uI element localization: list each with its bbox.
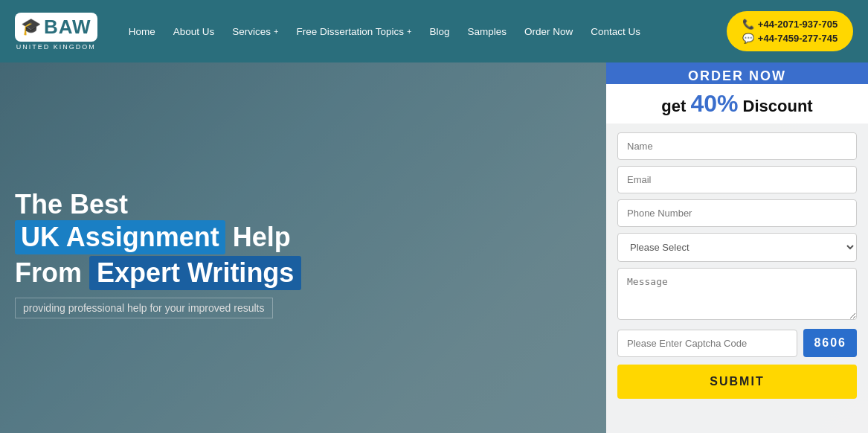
phone-line-primary: 📞 +44-2071-937-705 — [742, 19, 838, 30]
contact-phone-button[interactable]: 📞 +44-2071-937-705 💬 +44-7459-277-745 — [727, 11, 853, 51]
hero-subtitle: providing professional help for your imp… — [15, 298, 273, 318]
phone-icon: 📞 — [742, 19, 754, 30]
nav-contact[interactable]: Contact Us — [582, 26, 649, 37]
nav-dissertation[interactable]: Free Dissertation Topics + — [287, 26, 420, 37]
phone-line-whatsapp: 💬 +44-7459-277-745 — [742, 33, 838, 44]
services-plus-icon: + — [274, 27, 278, 36]
hero-line1: The Best — [15, 189, 301, 220]
discount-percent: 40% — [690, 90, 738, 117]
form-fields: Please Select 8606 SUBMIT — [617, 124, 857, 399]
nav-services[interactable]: Services + — [223, 26, 287, 37]
nav-home[interactable]: Home — [120, 26, 164, 37]
hero-text-block: The Best UK Assignment Help From Expert … — [15, 189, 301, 318]
captcha-input[interactable] — [617, 330, 797, 357]
name-input[interactable] — [617, 132, 857, 160]
hero-line2: UK Assignment Help — [15, 220, 301, 254]
header: 🎓 BAW UNITED KINGDOM Home About Us Servi… — [0, 0, 868, 62]
submit-button[interactable]: SUBMIT — [617, 365, 857, 399]
order-discount-bar: get 40% Discount — [606, 84, 868, 124]
captcha-row: 8606 — [617, 329, 857, 357]
hero-help-text: Help — [233, 222, 291, 253]
discount-text: get — [661, 97, 690, 115]
order-header: ORDER NOW — [606, 62, 868, 84]
logo-icon: 🎓 — [21, 17, 41, 36]
hero-section: The Best UK Assignment Help From Expert … — [0, 62, 868, 433]
phone-primary: +44-2071-937-705 — [758, 19, 838, 30]
logo-sub: UNITED KINGDOM — [16, 43, 96, 51]
phone-input[interactable] — [617, 199, 857, 227]
service-select[interactable]: Please Select — [617, 233, 857, 262]
main-nav: Home About Us Services + Free Dissertati… — [120, 26, 727, 37]
order-form-panel: ORDER NOW get 40% Discount Please Select… — [606, 62, 868, 433]
dissertation-plus-icon: + — [407, 27, 411, 36]
logo-area[interactable]: 🎓 BAW UNITED KINGDOM — [15, 13, 97, 51]
nav-blog[interactable]: Blog — [420, 26, 458, 37]
hero-uk-assignment-highlight: UK Assignment — [15, 220, 225, 254]
discount-suffix: Discount — [738, 97, 812, 115]
hero-expert-writings-highlight: Expert Writings — [89, 256, 301, 290]
phone-whatsapp: +44-7459-277-745 — [758, 33, 838, 44]
whatsapp-icon: 💬 — [742, 33, 754, 44]
captcha-code: 8606 — [803, 329, 857, 357]
order-now-label: ORDER NOW — [688, 68, 786, 83]
logo-text: BAW — [44, 16, 91, 39]
logo-box: 🎓 BAW — [15, 13, 97, 42]
nav-samples[interactable]: Samples — [458, 26, 515, 37]
message-textarea[interactable] — [617, 268, 857, 320]
nav-about[interactable]: About Us — [164, 26, 224, 37]
nav-order[interactable]: Order Now — [515, 26, 582, 37]
hero-line3: From Expert Writings — [15, 256, 301, 290]
email-input[interactable] — [617, 166, 857, 193]
hero-from-text: From — [15, 257, 82, 289]
